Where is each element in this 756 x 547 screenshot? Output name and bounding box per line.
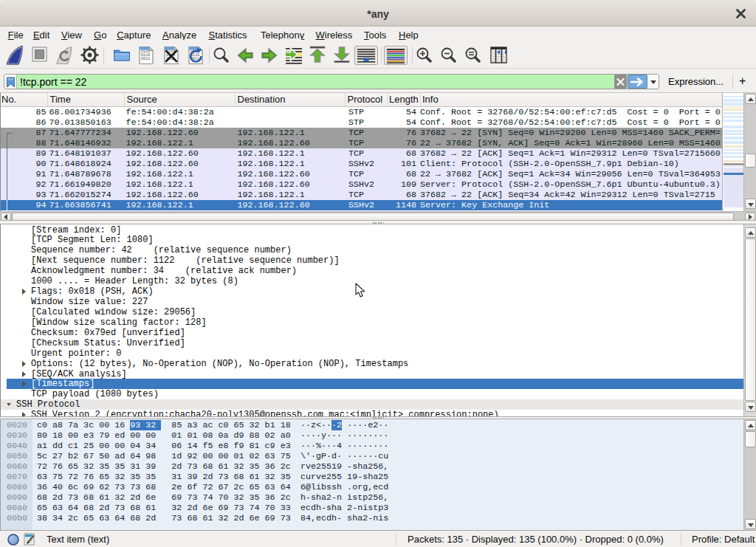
svg-text:0011: 0011: [141, 57, 150, 61]
